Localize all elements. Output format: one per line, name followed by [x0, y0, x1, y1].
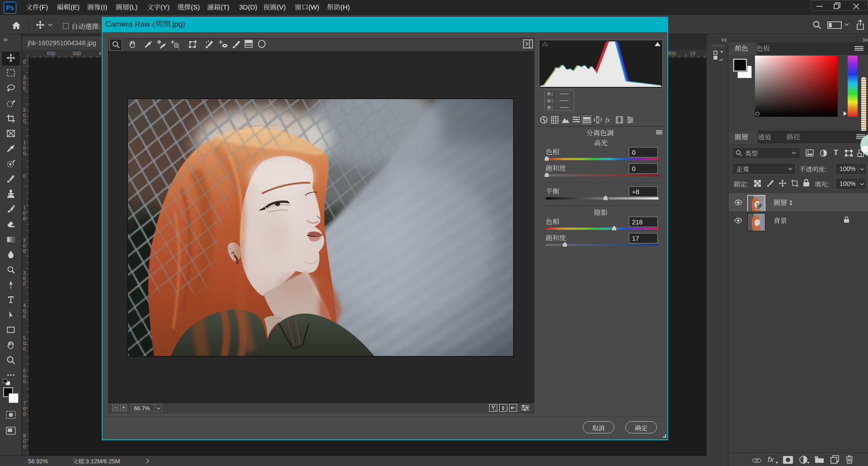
svg-text:3: 3	[23, 270, 26, 276]
svg-text:0: 0	[23, 346, 26, 352]
svg-text:2: 2	[23, 107, 26, 113]
svg-text:fx: fx	[605, 117, 610, 124]
svg-text:4: 4	[99, 51, 101, 56]
svg-text:0: 0	[23, 438, 26, 444]
svg-text:0: 0	[23, 113, 26, 118]
svg-text:0: 0	[23, 314, 26, 319]
svg-text:1: 1	[23, 140, 26, 145]
svg-text:8: 8	[23, 433, 26, 438]
svg-text:7: 7	[23, 400, 26, 406]
svg-text:0: 0	[23, 216, 26, 221]
svg-text:800: 800	[668, 51, 676, 56]
svg-text:0: 0	[23, 173, 26, 179]
svg-text:2: 2	[23, 238, 26, 243]
svg-text:500: 500	[73, 51, 81, 56]
svg-text:1: 1	[23, 205, 26, 210]
svg-text:0: 0	[23, 444, 26, 449]
svg-text:0: 0	[23, 210, 26, 216]
svg-text:0: 0	[23, 59, 26, 65]
svg-text:0: 0	[23, 379, 26, 384]
svg-text:0: 0	[23, 145, 26, 151]
svg-text:0: 0	[23, 341, 26, 346]
svg-text:0: 0	[23, 308, 26, 314]
svg-text:0: 0	[23, 406, 26, 411]
svg-text:600: 600	[47, 51, 55, 56]
svg-text:4: 4	[23, 303, 26, 308]
svg-text:0: 0	[23, 281, 26, 286]
svg-text:19: 19	[690, 51, 695, 56]
svg-text:0: 0	[23, 373, 26, 379]
svg-text:0: 0	[23, 276, 26, 281]
svg-text:0: 0	[23, 243, 26, 248]
svg-text:5: 5	[23, 335, 26, 341]
svg-text:0: 0	[23, 248, 26, 254]
svg-text:6: 6	[23, 368, 26, 373]
svg-text:0: 0	[23, 86, 26, 91]
svg-text:0: 0	[23, 411, 26, 417]
svg-text:0: 0	[23, 80, 26, 86]
svg-text:0: 0	[23, 151, 26, 156]
svg-text:0: 0	[23, 118, 26, 124]
svg-text:3: 3	[23, 75, 26, 80]
